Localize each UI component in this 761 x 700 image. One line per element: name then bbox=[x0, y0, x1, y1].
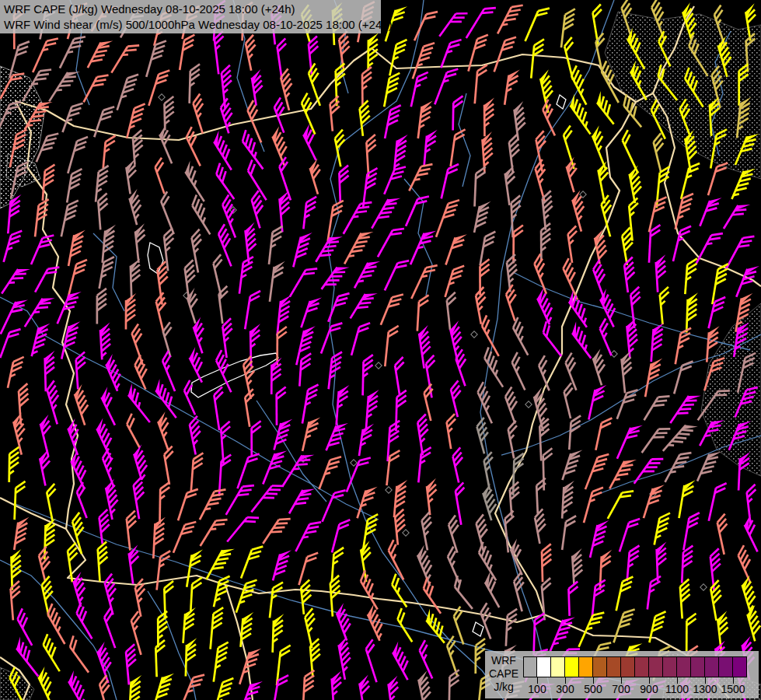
wind-barb bbox=[561, 126, 583, 170]
title-line-shear: WRF Wind shear (m/s) 500/1000hPa Wednesd… bbox=[4, 17, 381, 33]
wind-barb bbox=[679, 478, 695, 520]
wind-barb bbox=[97, 289, 106, 324]
wind-barb bbox=[685, 257, 696, 295]
wind-barb bbox=[335, 64, 346, 107]
wind-barb bbox=[43, 164, 55, 201]
wind-barb bbox=[568, 321, 599, 358]
wind-barb bbox=[302, 383, 319, 425]
legend-caption-variable: CAPE bbox=[485, 667, 522, 681]
wind-barb bbox=[134, 223, 148, 263]
wind-barb bbox=[263, 513, 290, 548]
settlement-marker bbox=[525, 401, 532, 408]
wind-barb bbox=[675, 327, 691, 366]
wind-barb bbox=[183, 607, 196, 644]
wind-barb bbox=[111, 40, 139, 78]
wind-barb bbox=[271, 358, 281, 394]
wind-barb bbox=[155, 292, 173, 332]
wind-barb bbox=[159, 191, 183, 234]
wind-barb bbox=[75, 352, 87, 390]
wind-barb bbox=[649, 224, 660, 263]
wind-barb bbox=[244, 35, 260, 71]
wind-barb bbox=[180, 33, 194, 72]
wind-barb bbox=[449, 380, 467, 417]
wind-barb bbox=[303, 608, 321, 648]
map-canvas bbox=[0, 0, 761, 700]
wind-barb bbox=[394, 134, 407, 171]
wind-barb bbox=[65, 670, 91, 700]
wind-barb bbox=[221, 65, 235, 108]
wind-barb bbox=[127, 544, 143, 583]
wind-barb bbox=[475, 64, 487, 104]
legend-cell bbox=[537, 656, 551, 677]
wind-barb bbox=[608, 487, 634, 523]
wind-barb bbox=[337, 636, 355, 680]
wind-barb bbox=[569, 415, 581, 450]
wind-barb bbox=[510, 317, 536, 355]
wind-barb bbox=[66, 635, 96, 672]
wind-barb bbox=[153, 516, 166, 559]
wind-barb bbox=[60, 33, 86, 72]
wind-barb bbox=[98, 193, 110, 229]
wind-barb bbox=[475, 418, 494, 454]
wind-barb bbox=[474, 199, 490, 235]
wind-barb bbox=[273, 674, 288, 700]
wind-barb bbox=[562, 515, 576, 551]
wind-barb bbox=[445, 231, 466, 268]
settlement-marker bbox=[403, 530, 409, 536]
wind-barb bbox=[252, 421, 261, 456]
wind-barb bbox=[531, 38, 544, 79]
wind-barb bbox=[411, 261, 437, 303]
wind-barb bbox=[418, 100, 433, 140]
wind-barb bbox=[191, 94, 211, 134]
legend-cell bbox=[579, 656, 593, 677]
legend-tick-label: 1100 bbox=[665, 683, 689, 695]
wind-barb bbox=[31, 232, 54, 268]
wind-barb bbox=[417, 640, 441, 678]
wind-barb bbox=[562, 480, 574, 519]
wind-barb bbox=[652, 133, 670, 171]
wind-barb bbox=[126, 511, 139, 551]
wind-barb bbox=[592, 91, 621, 124]
wind-barb bbox=[67, 167, 82, 204]
wind-barb bbox=[504, 285, 524, 321]
legend-cell bbox=[607, 656, 621, 677]
wind-barb bbox=[710, 548, 724, 591]
wind-barb bbox=[68, 135, 88, 176]
wind-barb bbox=[621, 227, 637, 264]
wind-barb bbox=[295, 518, 321, 556]
wind-barb bbox=[339, 166, 350, 202]
wind-barb bbox=[442, 162, 459, 201]
wind-barb bbox=[567, 226, 581, 262]
wind-barb bbox=[153, 158, 173, 194]
wind-barb bbox=[155, 640, 166, 677]
lake-outline bbox=[557, 95, 566, 109]
title-overlay: WRF CAPE (J/kg) Wednesday 08-10-2025 18:… bbox=[0, 0, 381, 33]
wind-barb bbox=[211, 607, 224, 649]
wind-barb bbox=[424, 355, 441, 398]
wind-barb bbox=[642, 423, 671, 458]
wind-barb bbox=[269, 226, 283, 266]
legend-cell bbox=[705, 656, 719, 677]
wind-barb bbox=[504, 68, 520, 107]
wind-barb bbox=[241, 543, 263, 581]
wind-barb bbox=[283, 450, 314, 491]
wind-barb bbox=[509, 352, 533, 390]
wind-barb bbox=[132, 444, 152, 480]
wind-barb bbox=[132, 477, 148, 519]
wind-barb bbox=[426, 478, 440, 515]
legend-tick-label: 100 bbox=[528, 683, 546, 695]
legend-cell bbox=[691, 656, 705, 677]
wind-barb bbox=[670, 390, 701, 429]
wind-barb bbox=[216, 224, 240, 266]
wind-barb bbox=[14, 516, 29, 551]
legend-cell bbox=[635, 656, 649, 677]
wind-barb bbox=[381, 291, 403, 328]
wind-barb bbox=[351, 320, 370, 358]
wind-barb bbox=[562, 383, 579, 418]
wind-barb bbox=[124, 383, 158, 422]
wind-barb bbox=[131, 258, 142, 299]
wind-barb bbox=[385, 103, 401, 140]
wind-barb bbox=[239, 256, 253, 296]
wind-barb bbox=[251, 480, 284, 517]
lake-outline bbox=[473, 622, 483, 636]
